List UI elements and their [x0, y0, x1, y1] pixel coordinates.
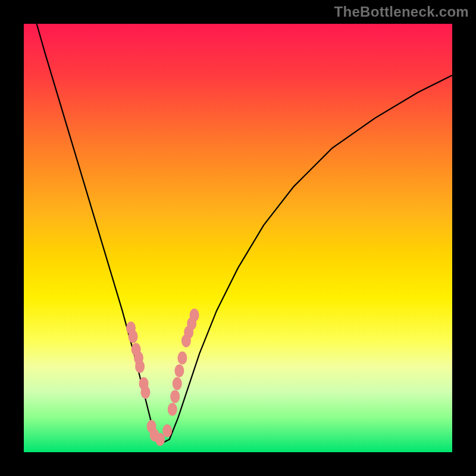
- marker-dot: [177, 352, 187, 365]
- bottleneck-curve: [37, 24, 452, 444]
- marker-dot: [174, 364, 184, 377]
- marker-dot: [168, 403, 177, 416]
- marker-dot: [135, 360, 145, 373]
- watermark-label: TheBottleneck.com: [334, 4, 469, 20]
- marker-dot: [173, 377, 182, 390]
- chart-svg: [24, 24, 452, 452]
- plot-area: [24, 24, 452, 452]
- marker-dot: [155, 433, 165, 446]
- marker-dot: [129, 330, 138, 343]
- chart-frame: TheBottleneck.com: [0, 0, 476, 476]
- marker-dot: [162, 424, 172, 437]
- marker-dot: [170, 390, 180, 403]
- datapoint-markers: [126, 309, 199, 446]
- marker-dot: [141, 386, 151, 399]
- marker-dot: [190, 309, 199, 322]
